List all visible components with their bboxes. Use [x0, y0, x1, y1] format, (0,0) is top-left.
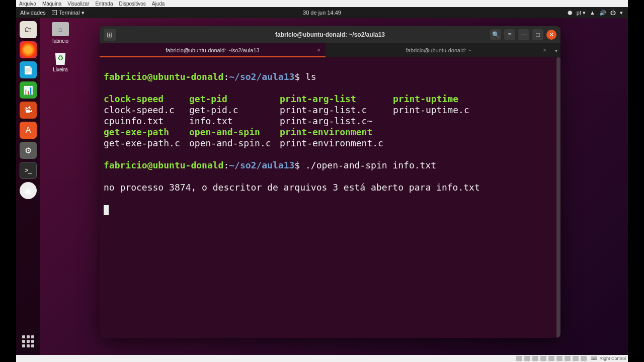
- chevron-down-icon[interactable]: ▾: [620, 10, 623, 16]
- prompt-path: ~/so2/aula13: [229, 160, 294, 170]
- trash-icon: [52, 51, 69, 65]
- terminal-window: ⊞ fabricio@ubuntu-donald: ~/so2/aula13 🔍…: [100, 26, 560, 338]
- chevron-down-icon: ▾: [555, 48, 557, 53]
- desktop-trash-label: Lixeira: [53, 67, 67, 72]
- terminal-tabs: fabricio@ubuntu-donald: ~/so2/aula13 × f…: [100, 43, 560, 57]
- vbox-menu-ajuda[interactable]: Ajuda: [152, 1, 165, 7]
- tab-close-icon[interactable]: ×: [543, 47, 546, 54]
- dock-files[interactable]: 🗂: [20, 21, 37, 38]
- dock-writer[interactable]: 📄: [20, 61, 37, 78]
- maximize-button[interactable]: □: [532, 29, 543, 40]
- keyboard-layout[interactable]: pt ▾: [577, 10, 586, 16]
- vbox-menu-visualizar[interactable]: Visualizar: [67, 1, 89, 7]
- ls-entry: get-pid: [189, 94, 280, 105]
- chevron-down-icon: ▾: [82, 10, 85, 16]
- dock-calc[interactable]: 📊: [20, 81, 37, 99]
- terminal-tab-1[interactable]: fabricio@ubuntu-donald: ~/so2/aula13 ×: [100, 43, 326, 57]
- new-tab-button[interactable]: ⊞: [104, 29, 116, 41]
- dock-impress[interactable]: 📽: [20, 102, 37, 119]
- terminal-tab-2[interactable]: fabricio@ubuntu-donald: ~ ×: [326, 43, 551, 57]
- ls-entry: open-and-spin: [189, 127, 280, 138]
- power-icon[interactable]: ⏻: [610, 10, 616, 16]
- desktop-trash[interactable]: Lixeira: [46, 51, 74, 72]
- activities-button[interactable]: Atividades: [20, 10, 46, 16]
- tab-close-icon[interactable]: ×: [317, 47, 320, 54]
- vbox-menu-dispositivos[interactable]: Dispositivos: [119, 1, 145, 7]
- ls-entry: get-exe-path: [104, 127, 189, 138]
- vbox-host-key: Right Control: [599, 356, 626, 361]
- ls-entry: cpuinfo.txt: [104, 116, 189, 127]
- tab-label: fabricio@ubuntu-donald: ~: [406, 47, 471, 53]
- command-open-and-spin: ./open-and-spin info.txt: [305, 160, 436, 170]
- app-menu[interactable]: > Terminal ▾: [50, 9, 87, 17]
- vbox-menu-arquivo[interactable]: Arquivo: [19, 1, 36, 7]
- vbox-cpu-icon[interactable]: [581, 356, 587, 361]
- gear-icon: ⚙: [25, 146, 32, 155]
- desktop-home-label: fabricio: [52, 38, 68, 44]
- terminal-body[interactable]: fabricio@ubuntu-donald:~/so2/aula13$ ls …: [100, 57, 560, 338]
- vbox-menu-entrada[interactable]: Entrada: [95, 1, 113, 7]
- hamburger-menu[interactable]: ≡: [504, 29, 515, 40]
- volume-icon[interactable]: 🔊: [599, 10, 606, 16]
- close-icon: ✕: [549, 31, 554, 38]
- ls-entry: open-and-spin.c: [189, 138, 280, 149]
- close-button[interactable]: ✕: [546, 30, 556, 40]
- dock-settings[interactable]: ⚙: [20, 142, 37, 159]
- prompt-path: ~/so2/aula13: [229, 71, 294, 82]
- dock-show-apps[interactable]: [21, 334, 36, 349]
- vbox-recording-icon[interactable]: [573, 356, 579, 361]
- search-icon: 🔍: [492, 31, 500, 38]
- ls-entry: print-arg-list.c~: [280, 116, 393, 127]
- maximize-icon: □: [536, 31, 539, 38]
- ls-entry: print-uptime: [393, 94, 458, 105]
- terminal-icon: >: [52, 10, 57, 15]
- vbox-optical-icon[interactable]: [524, 356, 530, 361]
- dock-disc[interactable]: ◉: [20, 182, 37, 199]
- desktop-home-folder[interactable]: ⌂ fabricio: [46, 22, 74, 44]
- ubuntu-dock: 🗂 📄 📊 📽 A ⚙ >_ ◉: [16, 18, 40, 355]
- folder-icon: 🗂: [24, 25, 32, 34]
- cursor: [104, 205, 109, 215]
- network-icon[interactable]: ▲: [590, 10, 595, 16]
- window-title: fabricio@ubuntu-donald: ~/so2/aula13: [275, 31, 385, 38]
- vbox-usb-icon[interactable]: [548, 356, 554, 361]
- app-menu-label: Terminal: [59, 10, 80, 16]
- disc-icon: ◉: [25, 186, 32, 196]
- ls-output: clock-speedget-pidprint-arg-listprint-up…: [104, 94, 556, 149]
- ls-entry: print-arg-list.c: [280, 105, 393, 116]
- vbox-menubar: Arquivo Máquina Visualizar Entrada Dispo…: [16, 0, 628, 7]
- ls-entry: print-arg-list: [280, 94, 393, 105]
- minimize-button[interactable]: —: [518, 29, 529, 40]
- tab-label: fabricio@ubuntu-donald: ~/so2/aula13: [166, 47, 259, 53]
- terminal-scrollbar[interactable]: [556, 57, 560, 338]
- ls-entry: get-exe-path.c: [104, 138, 189, 149]
- vbox-audio-icon[interactable]: [532, 356, 538, 361]
- gnome-topbar: Atividades > Terminal ▾ 30 de jun 14:49 …: [16, 7, 628, 18]
- vbox-network-icon[interactable]: [540, 356, 546, 361]
- search-button[interactable]: 🔍: [490, 29, 501, 40]
- minimize-icon: —: [521, 31, 527, 38]
- desktop-icons: ⌂ fabricio Lixeira: [46, 22, 74, 72]
- dock-firefox[interactable]: [20, 41, 37, 58]
- vbox-hdd-icon[interactable]: [516, 356, 522, 361]
- vbox-statusbar: ⌨ Right Control: [16, 355, 628, 362]
- ls-entry: print-environment.c: [280, 138, 393, 149]
- terminal-titlebar[interactable]: ⊞ fabricio@ubuntu-donald: ~/so2/aula13 🔍…: [100, 26, 560, 43]
- shield-icon[interactable]: ⬣: [568, 10, 573, 16]
- plus-tab-icon: ⊞: [107, 31, 113, 39]
- ls-entry: info.txt: [189, 116, 280, 127]
- dock-software[interactable]: A: [20, 122, 37, 139]
- tabs-dropdown[interactable]: ▾: [551, 43, 560, 57]
- dock-terminal[interactable]: >_: [20, 162, 37, 179]
- home-icon: ⌂: [52, 22, 69, 36]
- prompt-user: fabricio@ubuntu-donald: [104, 160, 223, 170]
- ls-entry: clock-speed: [104, 94, 189, 105]
- ls-entry: print-environment: [280, 127, 393, 138]
- clock[interactable]: 30 de jun 14:49: [303, 10, 341, 16]
- ls-entry: clock-speed.c: [104, 105, 189, 116]
- vbox-shared-icon[interactable]: [556, 356, 562, 361]
- vbox-display-icon[interactable]: [565, 356, 571, 361]
- prompt-user: fabricio@ubuntu-donald: [104, 71, 223, 82]
- vbox-menu-maquina[interactable]: Máquina: [42, 1, 61, 7]
- ls-entry: print-uptime.c: [393, 105, 469, 116]
